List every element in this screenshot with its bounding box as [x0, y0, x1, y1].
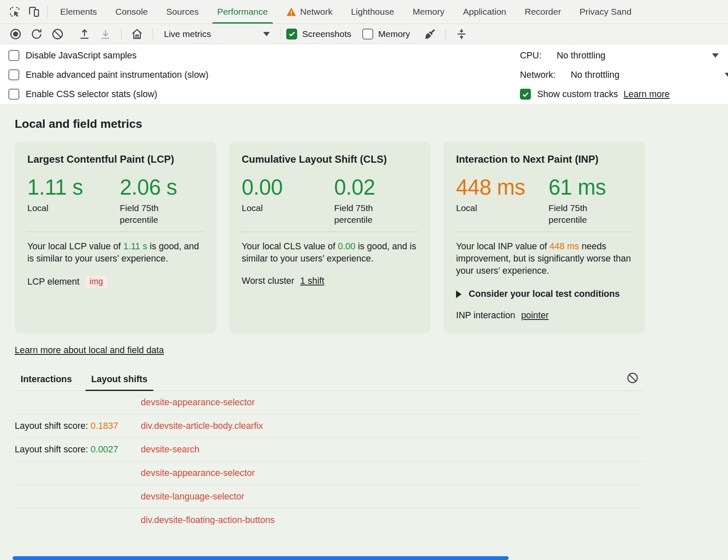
show-custom-tracks-label: Show custom tracks [537, 89, 618, 100]
reload-icon [30, 28, 43, 40]
lcp-field-label: Field 75th percentile [120, 202, 181, 226]
advanced-paint-checkbox[interactable] [8, 69, 19, 80]
disable-js-samples-label: Disable JavaScript samples [26, 50, 137, 61]
inp-interaction-link[interactable]: pointer [521, 310, 549, 321]
tab-lighthouse[interactable]: Lighthouse [342, 0, 404, 24]
element-link[interactable]: devsite-search [141, 444, 200, 455]
tab-memory[interactable]: Memory [404, 0, 454, 24]
layout-shift-row: div.devsite-floating-action-buttons [15, 509, 644, 525]
tab-privacy-sandbox[interactable]: Privacy Sand [570, 0, 641, 24]
inp-field-value: 61 ms [549, 175, 609, 200]
panel-heading: Local and field metrics [15, 117, 728, 131]
separator [281, 29, 281, 40]
advanced-paint-label: Enable advanced paint instrumentation (s… [26, 70, 208, 80]
element-link[interactable]: devsite-appearance-selector [141, 397, 255, 408]
tab-elements[interactable]: Elements [51, 0, 106, 24]
collapse-icon [455, 28, 468, 40]
log-tabs: Interactions Layout shifts [15, 374, 644, 391]
collapse-button[interactable] [451, 26, 472, 42]
lcp-local-value: 1.11 s [27, 175, 120, 200]
separator [153, 29, 153, 40]
advanced-paint-row: Enable advanced paint instrumentation (s… [8, 65, 516, 85]
memory-checkbox[interactable] [362, 29, 373, 40]
disclosure-triangle-icon [456, 291, 462, 298]
capture-settings-left: Disable JavaScript samples Enable advanc… [0, 46, 516, 104]
css-selector-stats-checkbox[interactable] [8, 89, 19, 100]
lcp-description: Your local LCP value of 1.11 s is good, … [27, 240, 204, 265]
network-warning-icon [286, 7, 296, 16]
card-divider [456, 232, 633, 232]
separator [446, 29, 446, 40]
live-metrics-label: Live metrics [164, 29, 211, 39]
tab-recorder[interactable]: Recorder [515, 0, 570, 24]
field-data-learn-more-link[interactable]: Learn more about local and field data [15, 345, 164, 356]
cls-local-label: Local [242, 202, 303, 214]
disable-js-samples-row: Disable JavaScript samples [8, 46, 516, 65]
horizontal-scrollbar-thumb[interactable] [13, 556, 509, 560]
separator [47, 5, 47, 18]
local-test-conditions-expander[interactable]: Consider your local test conditions [456, 289, 633, 299]
screenshots-toggle[interactable]: Screenshots [286, 29, 351, 40]
load-profile-button[interactable] [74, 26, 95, 42]
tab-interactions[interactable]: Interactions [21, 374, 72, 385]
tab-console[interactable]: Console [106, 0, 157, 24]
download-profile-icon [99, 28, 112, 40]
custom-tracks-learn-more-link[interactable]: Learn more [623, 89, 670, 100]
chevron-down-icon [725, 73, 728, 77]
record-icon [9, 28, 22, 40]
memory-label: Memory [378, 29, 410, 39]
cpu-value: No throttling [557, 50, 605, 61]
live-metrics-select[interactable]: Live metrics [158, 26, 276, 42]
show-custom-tracks-checkbox[interactable] [520, 89, 531, 100]
screenshots-checkbox[interactable] [286, 29, 297, 40]
capture-settings: Disable JavaScript samples Enable advanc… [0, 44, 728, 104]
gc-brush-button[interactable] [419, 26, 440, 42]
css-selector-stats-row: Enable CSS selector stats (slow) [8, 85, 516, 104]
show-custom-tracks-row: Show custom tracks Learn more [516, 85, 728, 104]
panel-tabs: Elements Console Sources Performance Net… [51, 0, 728, 24]
worst-cluster-link[interactable]: 1 shift [300, 276, 324, 286]
tab-network[interactable]: Network [277, 0, 342, 24]
chevron-down-icon [263, 32, 270, 36]
element-link[interactable]: div.devsite-article-body.clearfix [141, 421, 263, 431]
inp-card-title: Interaction to Next Paint (INP) [456, 153, 633, 165]
card-divider [27, 232, 204, 232]
live-metrics-log: Interactions Layout shifts devsite-appea… [15, 374, 644, 525]
home-button[interactable] [127, 26, 148, 42]
upload-profile-icon [78, 28, 91, 40]
memory-toggle[interactable]: Memory [362, 29, 410, 40]
cls-field-label: Field 75th percentile [334, 202, 395, 226]
save-profile-button[interactable] [95, 26, 116, 42]
inspect-element-button[interactable] [5, 2, 24, 21]
inp-local-label: Local [456, 202, 517, 214]
inp-card: Interaction to Next Paint (INP) 448 ms L… [443, 142, 645, 333]
record-button[interactable] [5, 26, 26, 42]
cpu-throttling-select[interactable]: CPU: No throttling [516, 46, 728, 65]
check-icon [288, 30, 296, 38]
inp-description: Your local INP value of 448 ms needs imp… [456, 240, 633, 277]
element-link[interactable]: devsite-appearance-selector [141, 468, 255, 478]
chevron-down-icon [712, 53, 719, 58]
tab-performance[interactable]: Performance [208, 0, 277, 24]
cpu-label: CPU: [520, 50, 541, 61]
clear-button[interactable] [47, 26, 68, 42]
tab-application[interactable]: Application [454, 0, 516, 24]
separator [121, 29, 121, 40]
network-throttling-select[interactable]: Network: No throttling [516, 65, 728, 85]
tab-sources[interactable]: Sources [157, 0, 208, 24]
css-selector-stats-label: Enable CSS selector stats (slow) [26, 89, 157, 100]
disable-js-samples-checkbox[interactable] [8, 50, 19, 61]
tab-layout-shifts[interactable]: Layout shifts [91, 374, 148, 385]
cls-description: Your local CLS value of 0.00 is good, an… [242, 240, 418, 265]
clear-log-button[interactable] [626, 372, 639, 386]
worst-cluster-label: Worst cluster [242, 276, 294, 286]
cls-field-value: 0.02 [334, 175, 395, 200]
device-toolbar-button[interactable] [24, 2, 44, 21]
reload-record-button[interactable] [26, 26, 47, 42]
check-icon [522, 90, 530, 98]
lcp-element-link[interactable]: img [85, 276, 107, 288]
lcp-element-label: LCP element [27, 277, 79, 287]
element-link[interactable]: devsite-language-selector [141, 491, 244, 502]
performance-toolbar: Live metrics Screenshots Memory [0, 24, 728, 44]
element-link[interactable]: div.devsite-floating-action-buttons [141, 515, 275, 525]
